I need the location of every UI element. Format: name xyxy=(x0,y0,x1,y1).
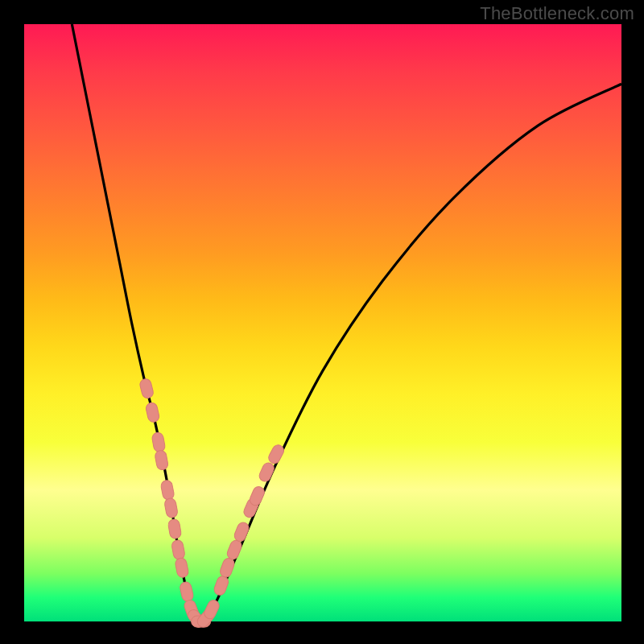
chart-frame: TheBottleneck.com xyxy=(0,0,644,644)
curve-marker xyxy=(163,497,178,518)
curve-marker xyxy=(145,402,160,423)
watermark-text: TheBottleneck.com xyxy=(480,3,634,24)
plot-area xyxy=(24,24,621,621)
curve-marker xyxy=(167,518,182,539)
marker-group xyxy=(138,378,286,630)
bottleneck-curve xyxy=(72,24,621,623)
curve-marker xyxy=(179,581,194,603)
curve-marker xyxy=(258,461,276,484)
curve-marker xyxy=(160,480,175,501)
curve-svg xyxy=(24,24,621,621)
curve-marker xyxy=(151,431,166,452)
curve-marker xyxy=(225,539,243,560)
curve-marker xyxy=(155,450,169,471)
curve-marker xyxy=(219,557,236,579)
curve-marker xyxy=(171,539,185,560)
curve-marker xyxy=(233,521,250,543)
curve-marker xyxy=(175,557,189,578)
curve-marker xyxy=(138,378,154,399)
